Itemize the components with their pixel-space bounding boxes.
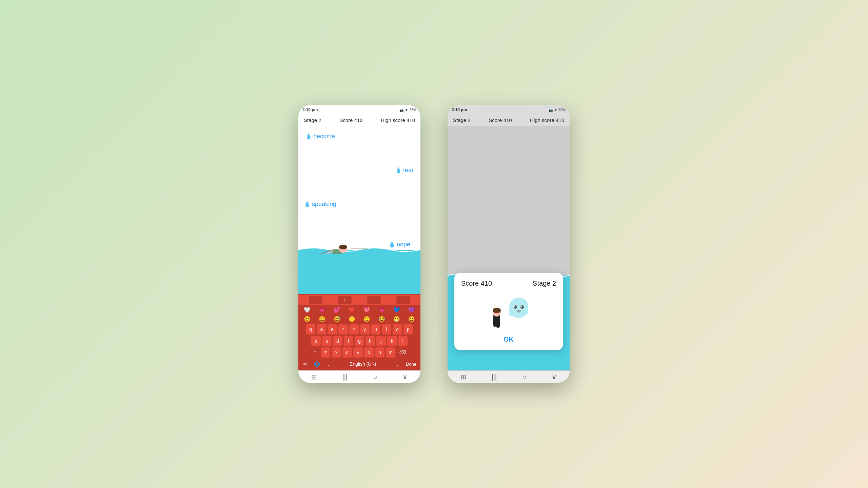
emoji-8[interactable]: 💜	[407, 306, 416, 314]
grid-icon-left[interactable]: ⊞	[311, 373, 317, 381]
emoji-face-5[interactable]: 😟	[362, 315, 371, 323]
battery-icon-right: 📷	[549, 108, 553, 112]
time-left: 2:10 pm	[302, 107, 318, 112]
battery-percent: 66%	[410, 108, 416, 112]
key-i[interactable]: i	[382, 324, 391, 334]
backspace-key[interactable]: ⌫	[397, 347, 409, 358]
svg-point-12	[520, 305, 524, 309]
emoji-row-2: 😊 😃 😅 😐 😟 😂 😁 😄	[298, 314, 420, 324]
period-key[interactable]: .	[393, 359, 402, 369]
emoji-2[interactable]: 💗	[318, 306, 327, 314]
home-icon-right[interactable]: ○	[522, 373, 526, 381]
svg-line-0	[320, 250, 331, 254]
key-a[interactable]: a	[311, 336, 321, 346]
bottom-bar-right: ⊞ ||| ○ ∨	[448, 370, 570, 383]
droplet-fear: 💧	[395, 167, 402, 174]
key-j[interactable]: j	[376, 336, 386, 346]
game-area-right: bop Score 410 Stage 2	[448, 126, 570, 370]
status-icons-left: 📷 ▼ 66%	[399, 108, 416, 112]
signal-icon: ▼	[405, 108, 408, 112]
keyboard-left[interactable]: ← ↑ ↓ → 🤍 💗 💕 ❤️ 💖 💗 💙 💜 😊 😃 😅 😐 😟 😂 😁 �	[298, 294, 420, 370]
score-bar-left: Stage 2 Score 410 High score 410	[298, 115, 420, 126]
game-area-left: 💧 become 💧 fear 💧 speaking	[298, 126, 420, 294]
number-key[interactable]: !#1	[300, 359, 310, 369]
key-b[interactable]: b	[364, 347, 374, 358]
key-m[interactable]: m	[386, 347, 395, 358]
key-s[interactable]: s	[322, 336, 332, 346]
emoji-6[interactable]: 💗	[377, 306, 386, 314]
key-q[interactable]: q	[306, 324, 315, 334]
lang-key[interactable]: 🌐	[311, 359, 322, 369]
key-row-3: ⇧ z x c v b n m ⌫	[298, 347, 420, 358]
emoji-4[interactable]: ❤️	[348, 306, 356, 314]
key-h[interactable]: h	[366, 336, 375, 346]
emoji-1[interactable]: 🤍	[303, 306, 312, 314]
grid-icon-right[interactable]: ⊞	[460, 373, 466, 381]
arrow-left-key[interactable]: ←	[309, 296, 322, 304]
right-phone: 2:10 pm 📷 ▼ 66% Stage 2 Score 410 High s…	[448, 105, 570, 383]
done-key[interactable]: Done	[403, 359, 419, 369]
score-label-right: Score 410	[489, 117, 512, 123]
key-t[interactable]: t	[349, 324, 359, 334]
time-right: 2:10 pm	[452, 107, 467, 112]
back-icon-right[interactable]: |||	[492, 373, 497, 381]
key-l[interactable]: l	[398, 336, 408, 346]
key-row-2: a s d f g h j k l	[298, 335, 420, 347]
arrow-right-key[interactable]: →	[396, 296, 410, 304]
key-r[interactable]: r	[338, 324, 348, 334]
key-n[interactable]: n	[375, 347, 384, 358]
key-f[interactable]: f	[344, 336, 353, 346]
svg-point-13	[514, 306, 515, 307]
status-bar-right: 2:10 pm 📷 ▼ 66%	[448, 105, 570, 115]
droplet-become: 💧	[305, 133, 312, 140]
key-c[interactable]: c	[342, 347, 352, 358]
emoji-row-1: 🤍 💗 💕 ❤️ 💖 💗 💙 💜	[298, 305, 420, 314]
key-g[interactable]: g	[355, 336, 364, 346]
stage-label-left: Stage 2	[304, 117, 321, 123]
emoji-3[interactable]: 💕	[333, 306, 341, 314]
spacebar[interactable]: English (UK)	[334, 359, 392, 369]
key-e[interactable]: e	[328, 324, 337, 334]
battery-icon: 📷	[399, 108, 403, 112]
back-icon-left[interactable]: |||	[342, 373, 348, 381]
word-fear: 💧 fear	[395, 167, 414, 174]
key-w[interactable]: w	[317, 324, 326, 334]
word-text-nope: nope	[397, 241, 410, 248]
key-p[interactable]: p	[403, 324, 413, 334]
shift-key[interactable]: ⇧	[310, 347, 319, 358]
svg-point-7	[493, 308, 501, 313]
emoji-face-2[interactable]: 😃	[318, 315, 327, 323]
key-d[interactable]: d	[333, 336, 342, 346]
emoji-face-4[interactable]: 😐	[348, 315, 356, 323]
arrow-up-key[interactable]: ↑	[338, 296, 352, 304]
emoji-face-6[interactable]: 😂	[377, 315, 386, 323]
key-u[interactable]: u	[371, 324, 380, 334]
key-z[interactable]: z	[321, 347, 330, 358]
comma-key[interactable]: ,	[323, 359, 333, 369]
water-left: 💧 nope	[298, 250, 420, 294]
left-phone: 2:10 pm 📷 ▼ 66% Stage 2 Score 410 High s…	[298, 105, 420, 383]
emoji-face-7[interactable]: 😁	[392, 315, 401, 323]
emoji-face-8[interactable]: 😄	[407, 315, 416, 323]
key-k[interactable]: k	[387, 336, 397, 346]
emoji-face-1[interactable]: 😊	[303, 315, 312, 323]
status-bar-left: 2:10 pm 📷 ▼ 66%	[298, 105, 420, 115]
home-icon-left[interactable]: ○	[373, 373, 377, 381]
arrow-down-key[interactable]: ↓	[367, 296, 381, 304]
emoji-5[interactable]: 💖	[362, 306, 371, 314]
emoji-7[interactable]: 💙	[392, 306, 401, 314]
dialog-stage: Stage 2	[533, 280, 556, 287]
ok-button[interactable]: OK	[461, 336, 556, 343]
word-text-fear: fear	[403, 167, 414, 174]
svg-point-11	[514, 305, 517, 309]
word-speaking: 💧 speaking	[304, 201, 336, 208]
ghost-scene-svg	[483, 293, 534, 330]
key-x[interactable]: x	[332, 347, 341, 358]
key-v[interactable]: v	[353, 347, 363, 358]
emoji-face-3[interactable]: 😅	[333, 315, 341, 323]
droplet-speaking: 💧	[304, 201, 311, 207]
key-o[interactable]: o	[393, 324, 402, 334]
down-icon-right[interactable]: ∨	[552, 373, 557, 381]
key-y[interactable]: y	[360, 324, 370, 334]
down-icon-left[interactable]: ∨	[402, 373, 408, 381]
